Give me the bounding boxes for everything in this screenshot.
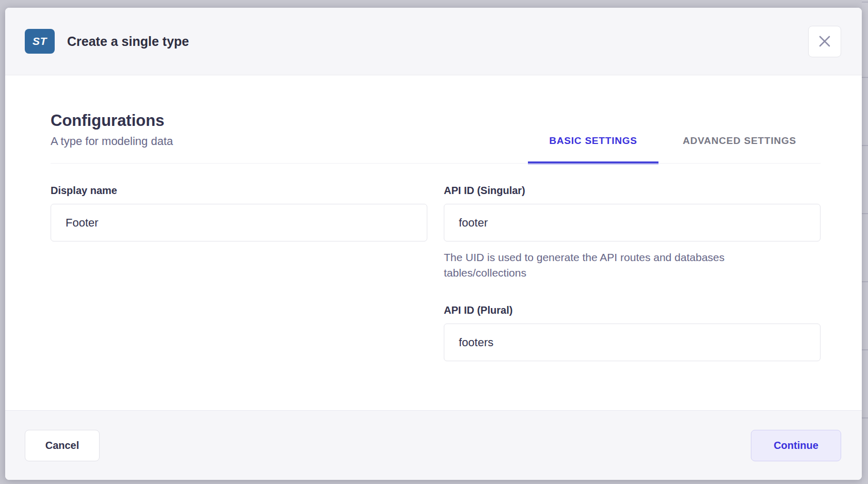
tabs-divider [51, 163, 821, 164]
display-name-group: Display name [51, 185, 427, 361]
tab-basic-settings[interactable]: BASIC SETTINGS [528, 135, 658, 164]
page-behind-overlay [862, 0, 868, 484]
modal-body: Configurations A type for modeling data … [5, 75, 862, 410]
section-title: Configurations [51, 111, 173, 130]
tab-advanced-settings[interactable]: ADVANCED SETTINGS [658, 135, 821, 164]
api-id-plural-group: API ID (Plural) [444, 304, 821, 361]
close-icon [819, 36, 830, 47]
api-id-group: API ID (Singular) The UID is used to gen… [444, 185, 821, 361]
modal-title: Create a single type [67, 34, 189, 49]
api-id-helper-text: The UID is used to generate the API rout… [444, 250, 764, 281]
settings-tabs: BASIC SETTINGS ADVANCED SETTINGS [528, 135, 821, 164]
display-name-label: Display name [51, 185, 427, 197]
api-id-singular-group: API ID (Singular) The UID is used to gen… [444, 185, 821, 281]
display-name-input[interactable] [51, 204, 427, 241]
modal-header: ST Create a single type [5, 8, 862, 75]
continue-button[interactable]: Continue [751, 430, 841, 461]
section-titles: Configurations A type for modeling data [51, 111, 173, 164]
form-fields: Display name API ID (Singular) The UID i… [51, 185, 821, 361]
single-type-badge-icon: ST [25, 29, 55, 54]
create-single-type-modal: ST Create a single type Configurations A… [5, 8, 862, 480]
close-button[interactable] [808, 26, 841, 57]
api-id-singular-input[interactable] [444, 204, 821, 241]
section-subtitle: A type for modeling data [51, 135, 173, 148]
api-id-singular-label: API ID (Singular) [444, 185, 821, 197]
configurations-header-row: Configurations A type for modeling data … [51, 111, 821, 164]
modal-footer: Cancel Continue [5, 410, 862, 480]
cancel-button[interactable]: Cancel [25, 430, 100, 461]
api-id-plural-input[interactable] [444, 324, 821, 361]
api-id-plural-label: API ID (Plural) [444, 304, 821, 316]
